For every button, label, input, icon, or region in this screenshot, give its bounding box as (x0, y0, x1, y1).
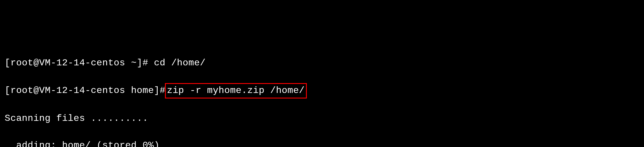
command-text: cd /home/ (154, 58, 205, 68)
shell-prompt: [root@VM-12-14-centos ~]# (5, 58, 154, 68)
highlighted-command: zip -r myhome.zip /home/ (165, 83, 307, 98)
shell-prompt: [root@VM-12-14-centos home]# (5, 85, 166, 96)
output-adding-1: adding: home/ (stored 0%) (5, 139, 639, 147)
output-scanning: Scanning files .......... (5, 112, 639, 125)
terminal-line-1: [root@VM-12-14-centos ~]# cd /home/ (5, 56, 639, 70)
terminal-line-2: [root@VM-12-14-centos home]#zip -r myhom… (5, 83, 639, 98)
